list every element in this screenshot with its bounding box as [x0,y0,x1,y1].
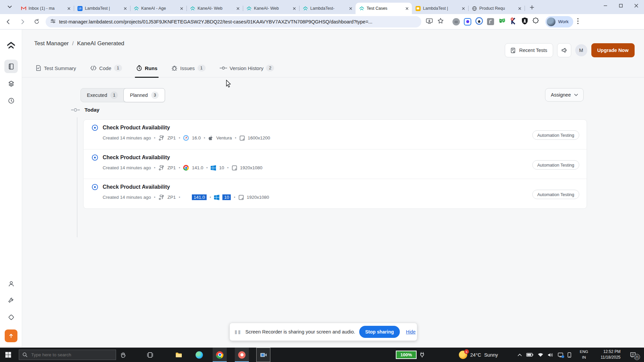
user-avatar[interactable]: M [575,44,587,56]
upgrade-now-button[interactable]: Upgrade Now [591,43,635,57]
phone-link-icon[interactable] [568,352,571,358]
run-status-icon [92,154,98,161]
wifi-icon[interactable] [538,353,543,357]
run-resolution: 1600x1200 [248,135,270,140]
close-window-button[interactable] [629,0,644,11]
browser-tab-kaneai-web2[interactable]: KaneAI- Web [243,3,299,14]
bookmark-star-icon[interactable] [437,18,444,25]
browser-tab-calendar[interactable]: 18 LambdaTest | [74,3,130,14]
run-card[interactable]: Check Product Availability Created 14 mi… [84,120,587,149]
site-settings-icon[interactable] [50,18,56,25]
reload-icon[interactable] [31,16,42,27]
notification-center[interactable]: 21 [625,348,641,362]
address-bar[interactable]: test-manager.lambdatest.com/projects/01J… [46,16,421,27]
sidebar-item-history[interactable] [4,94,18,107]
pipeline-id: ZP1 [167,135,176,140]
taskbar-search[interactable] [19,350,116,360]
share-message: Screen Recorder is sharing your screen a… [246,329,355,335]
run-title[interactable]: Check Product Availability [103,184,170,190]
minimize-button[interactable] [598,0,613,11]
stop-sharing-button[interactable]: Stop sharing [359,326,400,338]
extension-meet-icon[interactable] [452,18,460,25]
sidebar-item-profile[interactable] [4,277,18,290]
battery-icon[interactable] [526,353,533,357]
start-button[interactable] [1,348,15,362]
extension-shield-icon[interactable] [521,17,528,26]
tab-close-icon[interactable] [66,5,72,11]
sidebar-item-integrations[interactable] [4,310,18,324]
sidebar-item-test-cases[interactable] [4,60,18,73]
volume-icon[interactable] [548,353,553,357]
extensions-puzzle-icon[interactable] [532,17,539,26]
run-title[interactable]: Check Product Availability [103,125,170,131]
extension-1password-icon[interactable] [475,17,483,26]
tab-test-summary[interactable]: Test Summary [36,59,76,77]
browser-tab-test-cases-active[interactable]: Test Cases [356,3,412,14]
browser-tab-lambdatest-doc[interactable]: LambdaTest | [412,3,468,14]
sidebar-upgrade-button[interactable] [5,329,17,342]
new-tab-button[interactable] [527,3,537,12]
breadcrumb-page[interactable]: KaneAI Generated [77,40,124,47]
sidebar-item-tools[interactable] [4,294,18,307]
hide-link[interactable]: Hide [406,329,416,335]
tab-runs[interactable]: Runs [136,59,158,77]
tab-close-icon[interactable] [517,5,523,11]
tab-close-icon[interactable] [235,5,241,11]
search-input[interactable] [31,352,104,358]
extension-recorder-icon[interactable] [464,18,471,25]
tab-close-icon[interactable] [460,5,466,11]
planned-filter-button[interactable]: Planned 3 [123,88,165,102]
tab-label: Issues [180,65,195,71]
screen-recorder-app-icon[interactable] [235,348,249,362]
screen-share-bar: ▮▮ Screen Recorder is sharing your scree… [229,323,417,341]
recent-tests-button[interactable]: Recent Tests [505,43,553,57]
browser-tab-kaneai-web1[interactable]: KaneAI- Web [186,3,243,14]
sync-status-icon[interactable] [558,353,563,357]
forward-icon[interactable] [17,16,28,27]
browser-tab-gmail[interactable]: Inbox (1) - ma [17,3,74,14]
tab-issues[interactable]: Issues 1 [171,59,205,77]
extension-k-icon[interactable] [510,17,517,26]
browser-tab-lambdatest-h[interactable]: LambdaTest- [299,3,356,14]
browser-tab-product-req[interactable]: Product Requ [468,3,525,14]
run-card[interactable]: Check Product Availability Created 14 mi… [84,179,587,208]
lambdatest-logo[interactable] [4,39,18,52]
tab-search-chevron-icon[interactable] [4,1,15,13]
taskbar-clock[interactable]: 12:52 PM 11/18/2025 [592,349,621,360]
tab-close-icon[interactable] [178,5,184,11]
run-title[interactable]: Check Product Availability [103,155,170,161]
tab-close-icon[interactable] [122,5,128,11]
tab-close-icon[interactable] [404,5,410,11]
maximize-button[interactable] [613,0,629,11]
language-indicator[interactable]: ENG IN [578,349,590,360]
run-card[interactable]: Check Product Availability Created 14 mi… [84,149,587,179]
camera-sharing-icon[interactable] [256,348,270,362]
breadcrumb-project[interactable]: Test Manager [34,40,69,47]
announcements-button[interactable] [557,43,571,57]
tab-version-history[interactable]: Version History 2 [220,59,274,77]
drag-handle-icon[interactable]: ▮▮ [234,329,241,335]
tab-close-icon[interactable] [347,5,354,11]
install-app-icon[interactable] [426,18,433,25]
mouse-cursor [226,80,232,88]
browser-profile-chip[interactable]: Work [545,16,573,27]
taskbar-weather[interactable]: 6 24°C Sunny [459,348,498,362]
tray-expand-icon[interactable] [518,354,522,356]
executed-filter-button[interactable]: Executed 1 [81,88,124,102]
grab-hand-icon[interactable] [116,348,130,362]
back-icon[interactable] [3,16,14,27]
browser-version-selected: 141.0 [192,194,207,200]
task-view-icon[interactable] [143,348,157,362]
extension-p-icon[interactable] [487,18,494,25]
extension-playwright-icon[interactable] [498,17,506,26]
tab-close-icon[interactable] [291,5,297,11]
browser-tab-kaneai-agent[interactable]: KaneAI - Age [130,3,186,14]
file-explorer-icon[interactable] [172,348,186,362]
tab-code[interactable]: Code 1 [90,59,122,77]
extension-icons [452,17,539,26]
chrome-icon-active[interactable] [213,348,227,362]
assignee-dropdown[interactable]: Assignee [545,88,584,102]
browser-menu-icon[interactable] [577,18,579,25]
edge-icon[interactable] [192,348,206,362]
sidebar-item-suites[interactable] [4,77,18,90]
